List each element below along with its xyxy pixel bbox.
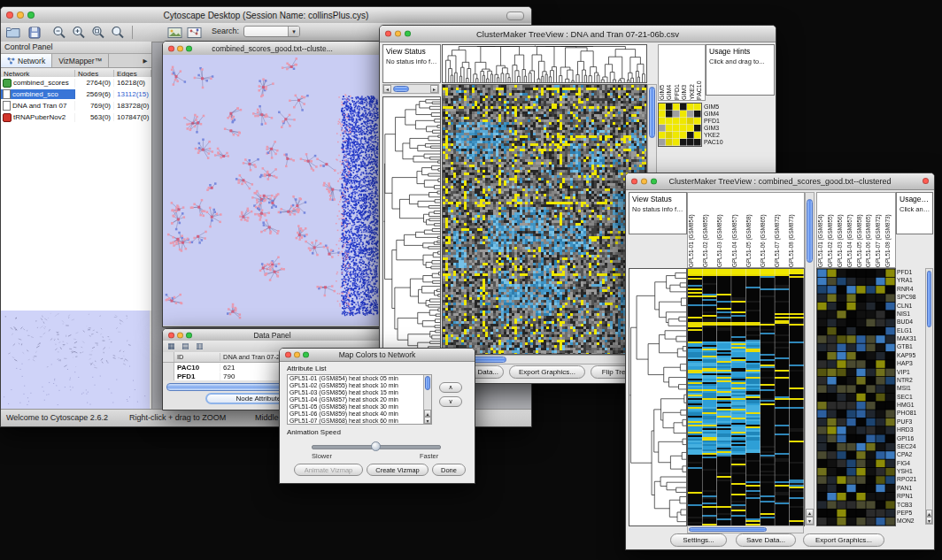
scrollbar-thumb[interactable]: [807, 199, 813, 263]
gene-label: GTB1: [897, 342, 924, 350]
dendrogram-h-scrollbar[interactable]: ◂ ▸: [382, 84, 439, 94]
close-icon[interactable]: [168, 332, 174, 338]
network-snapshot-icon[interactable]: [185, 25, 203, 40]
attribute-list-item[interactable]: GPL51-04 (GSM857) heat shock 20 min: [288, 396, 423, 403]
column-dendrogram[interactable]: [442, 44, 647, 83]
heatmap-h-scrollbar[interactable]: [687, 525, 804, 533]
move-up-button[interactable]: ∧: [439, 382, 462, 393]
zoom-fit-icon[interactable]: [109, 25, 127, 40]
zoom-window-icon[interactable]: [186, 332, 192, 338]
save-data-button[interactable]: Save Data...: [736, 533, 796, 547]
animate-vizmap-button[interactable]: Animate Vizmap: [294, 464, 363, 476]
treeview-dna-titlebar[interactable]: ClusterMaker TreeView : DNA and Tran 07-…: [380, 26, 776, 42]
open-session-icon[interactable]: [4, 25, 22, 40]
status-welcome: Welcome to Cytoscape 2.6.2: [6, 410, 108, 426]
attribute-list-item[interactable]: GPL51-07 (GSM868) heat shock 60 min: [288, 418, 423, 424]
zoom-v-scrollbar[interactable]: ▴ ▾: [925, 268, 933, 525]
dialog-titlebar[interactable]: Map Colors to Network: [280, 349, 475, 362]
search-input[interactable]: ▾: [243, 26, 300, 37]
zoom-window-icon[interactable]: [186, 45, 192, 51]
row-label: PAC10: [704, 139, 743, 146]
tabs-overflow-icon[interactable]: ▶: [139, 54, 151, 67]
attribute-list-item[interactable]: GPL51-01 (GSM854) heat shock 05 min: [288, 375, 423, 382]
attribute-list-item[interactable]: GPL51-05 (GSM858) heat shock 30 min: [288, 403, 423, 410]
scroll-down-icon[interactable]: ▾: [926, 517, 932, 524]
zoom-in-icon[interactable]: [70, 25, 88, 40]
gene-label: YRA1: [897, 276, 924, 284]
save-session-icon[interactable]: [26, 25, 43, 40]
tab-vizmapper[interactable]: VizMapper™: [52, 54, 109, 67]
close-icon[interactable]: [168, 45, 174, 51]
scroll-up-icon[interactable]: ▴: [806, 509, 814, 517]
attribute-delete-icon[interactable]: ▥: [196, 341, 204, 350]
scroll-up-icon[interactable]: ▴: [926, 510, 932, 517]
network-overview-thumbnail[interactable]: [1, 311, 150, 410]
scroll-up-icon[interactable]: ▴: [424, 410, 431, 417]
minimize-icon[interactable]: [177, 45, 183, 51]
summary-heatmap[interactable]: [658, 103, 702, 147]
attribute-list[interactable]: GPL51-01 (GSM854) heat shock 05 minGPL51…: [287, 374, 432, 425]
minimize-icon[interactable]: [395, 31, 401, 37]
minimize-icon[interactable]: [177, 332, 183, 338]
scrollbar-thumb[interactable]: [393, 86, 409, 92]
row-dendrogram[interactable]: [629, 268, 687, 526]
data-panel-titlebar[interactable]: Data Panel: [163, 329, 382, 341]
heatmap-v-scrollbar[interactable]: ▴ ▾: [805, 192, 815, 525]
scroll-right-icon[interactable]: ▸: [430, 85, 438, 93]
attribute-select-icon[interactable]: ▦: [167, 341, 175, 350]
scrollbar-thumb[interactable]: [689, 527, 767, 532]
zoom-selected-icon[interactable]: [89, 25, 107, 40]
zoom-heatmap-canvas[interactable]: [816, 268, 896, 526]
image-export-icon[interactable]: [166, 25, 183, 40]
export-graphics-button[interactable]: Export Graphics...: [803, 533, 884, 547]
close-icon[interactable]: [385, 31, 391, 37]
close-icon[interactable]: [631, 179, 637, 185]
slider-thumb[interactable]: [371, 441, 381, 451]
attribute-list-item[interactable]: GPL51-02 (GSM855) heat shock 10 min: [288, 382, 423, 389]
zoom-out-icon[interactable]: [50, 25, 68, 40]
zoom-window-icon[interactable]: [651, 179, 657, 185]
close-icon[interactable]: [923, 178, 929, 184]
create-vizmap-button[interactable]: Create Vizmap: [367, 464, 429, 476]
settings-button[interactable]: Settings...: [670, 533, 727, 547]
network-row[interactable]: combined_scores 2764(0) 16218(0): [1, 77, 151, 88]
close-icon[interactable]: [6, 12, 13, 19]
move-down-button[interactable]: ∨: [439, 396, 462, 407]
attribute-list-scrollbar[interactable]: ▴ ▾: [423, 375, 431, 424]
network-view-titlebar[interactable]: combined_scores_good.txt--cluste...: [163, 42, 382, 56]
done-button[interactable]: Done: [432, 464, 466, 476]
treeview-combined-titlebar[interactable]: ClusterMaker TreeView : combined_scores_…: [626, 173, 934, 190]
scroll-down-icon[interactable]: ▾: [806, 517, 814, 525]
scroll-left-icon[interactable]: ◂: [383, 85, 391, 93]
network-view-canvas[interactable]: [163, 55, 380, 326]
attribute-create-icon[interactable]: ▤: [181, 341, 189, 350]
minimize-icon[interactable]: [641, 179, 647, 185]
network-row[interactable]: DNA and Tran 07 769(0) 183728(0): [1, 100, 151, 111]
toolbar-toggle-pill[interactable]: [506, 12, 524, 20]
animation-speed-slider[interactable]: [312, 441, 441, 451]
export-graphics-button[interactable]: Export Graphics...: [509, 365, 585, 379]
heatmap-canvas[interactable]: [442, 84, 647, 355]
zoom-window-icon[interactable]: [27, 12, 35, 19]
zoom-window-icon[interactable]: [303, 352, 309, 358]
control-panel: Control Panel Network VizMapper™ ▶ Netwo…: [1, 42, 152, 410]
close-icon[interactable]: [285, 352, 291, 358]
network-row[interactable]: tRNAPuberNov2 563(0) 107847(0): [1, 111, 151, 123]
zoom-window-icon[interactable]: [405, 31, 411, 37]
combo-arrow-icon[interactable]: ▾: [288, 27, 299, 36]
minimize-icon[interactable]: [17, 12, 24, 19]
row-dendrogram[interactable]: [382, 96, 441, 355]
zoom-column-labels: GPL51-01 (GSM854)GPL51-02 (GSM855)GPL51-…: [816, 192, 896, 268]
tab-network[interactable]: Network: [1, 54, 52, 67]
minimize-icon[interactable]: [294, 352, 300, 358]
scroll-down-icon[interactable]: ▾: [424, 417, 431, 424]
network-row-selected[interactable]: combined_sco 2569(6) 13112(15): [1, 88, 151, 100]
scrollbar-thumb[interactable]: [927, 271, 931, 327]
attribute-list-item[interactable]: GPL51-06 (GSM859) heat shock 40 min: [288, 410, 423, 418]
gene-label: PHO81: [897, 409, 924, 417]
attribute-list-item[interactable]: GPL51-03 (GSM856) heat shock 15 min: [288, 389, 423, 396]
scrollbar-thumb[interactable]: [425, 376, 430, 390]
heatmap-canvas[interactable]: [687, 268, 805, 526]
scrollbar-thumb[interactable]: [649, 87, 655, 138]
main-titlebar[interactable]: Cytoscape Desktop (Session Name: collins…: [1, 7, 531, 24]
